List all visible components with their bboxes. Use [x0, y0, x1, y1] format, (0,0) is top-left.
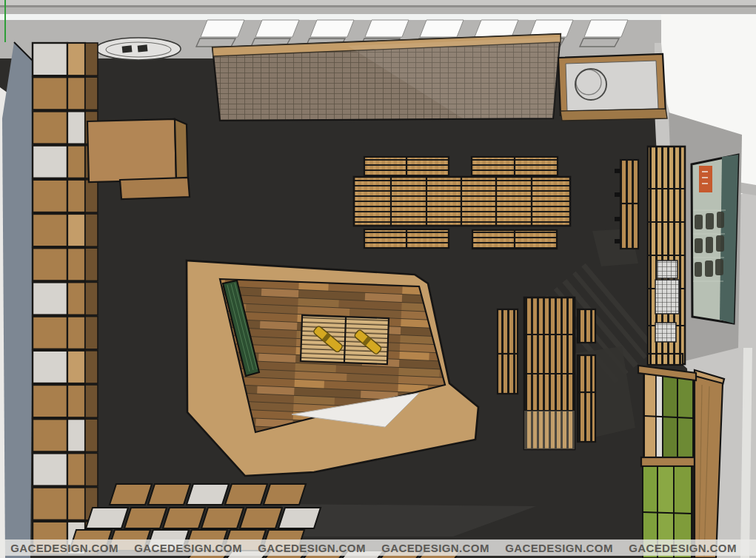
- display-box: [86, 508, 128, 528]
- shelf-wood-band: [641, 457, 695, 466]
- shelf-cube: [33, 419, 67, 451]
- shelf-cube: [67, 488, 85, 520]
- shelf-cube: [33, 146, 67, 178]
- cabinet-top: [566, 61, 658, 111]
- bracket: [615, 217, 620, 221]
- shelf-cube: [67, 214, 85, 246]
- shelf-cube-side: [85, 282, 98, 315]
- display-box: [124, 508, 167, 528]
- display-box: [225, 484, 267, 505]
- shelf-cube-side: [85, 317, 98, 349]
- wire-basket: [655, 323, 676, 342]
- shelf-cube-side: [85, 453, 98, 485]
- wall-shelf-bottom: [648, 354, 683, 365]
- cabinet-sill: [561, 109, 667, 121]
- shelf-cube-side: [85, 351, 98, 383]
- slat-bench: [498, 309, 518, 394]
- wall-upper-band: [0, 7, 756, 14]
- shelf-cube: [33, 488, 67, 520]
- shelf-cube-side: [85, 77, 98, 110]
- shelf-cube: [67, 282, 85, 315]
- shelf-cube: [33, 77, 67, 110]
- ceiling-lamp-icon: [122, 45, 133, 53]
- grid-display-wall: [213, 34, 561, 121]
- shelf-cube-side: [85, 419, 98, 451]
- shelf-cube-side: [85, 43, 98, 75]
- skylight-panel: [310, 20, 354, 37]
- skylight-panel: [201, 20, 244, 37]
- bracket: [615, 239, 620, 243]
- bracket: [615, 192, 620, 197]
- shelf-cube-side: [85, 248, 98, 280]
- display-box: [163, 508, 205, 528]
- display-box: [278, 508, 321, 528]
- shelf-cube: [67, 180, 85, 212]
- shelf-cube: [67, 248, 85, 280]
- shelf-cube: [67, 43, 85, 75]
- display-box: [240, 508, 282, 528]
- skylight-panel: [420, 20, 464, 37]
- shelf-cube: [33, 385, 67, 417]
- shelf-cube: [33, 111, 67, 144]
- left-shelf-cells: [33, 43, 98, 554]
- display-box: [110, 484, 152, 505]
- slat-bench: [578, 309, 595, 343]
- shelf-cube-side: [85, 214, 98, 246]
- watermark-text: GACEDESIGN.COM: [258, 542, 366, 554]
- shelf-cube: [67, 111, 85, 144]
- skylight-panel: [475, 20, 518, 37]
- display-box: [148, 484, 190, 505]
- shelf-cube: [67, 453, 85, 485]
- poster-logo: [699, 166, 712, 192]
- sketchup-green-axis: [4, 0, 6, 42]
- counter-top: [87, 119, 176, 182]
- store-plan-render: GACEDESIGN.COMGACEDESIGN.COMGACEDESIGN.C…: [0, 0, 756, 558]
- watermark-text: GACEDESIGN.COM: [10, 542, 118, 554]
- shelf-cube: [33, 317, 67, 349]
- shelf-cube-side: [85, 180, 98, 212]
- shelf-cube: [33, 453, 67, 485]
- platform-display-table: [301, 315, 389, 364]
- watermark-text: GACEDESIGN.COM: [505, 542, 613, 554]
- wire-basket: [657, 260, 678, 278]
- bracket: [615, 169, 620, 173]
- shelf-cube-side: [85, 385, 98, 417]
- left-wall-gray: [2, 42, 35, 558]
- green-shelf-unit: [638, 366, 724, 558]
- display-box: [201, 508, 244, 528]
- watermark-text: GACEDESIGN.COM: [629, 542, 737, 554]
- shelf-cube: [33, 43, 67, 75]
- ceiling-shadow-line: [0, 5, 756, 7]
- watermark-text: GACEDESIGN.COM: [381, 542, 489, 554]
- fitting-cabinet: [558, 54, 667, 121]
- shelf-cube: [33, 282, 67, 315]
- ceiling-fixture: [96, 38, 181, 60]
- poster-product-grid: [695, 212, 724, 277]
- shelf-cube: [67, 317, 85, 349]
- shelf-cube: [67, 146, 85, 178]
- wall-white-band: [0, 14, 756, 20]
- skylight-panel: [584, 20, 628, 37]
- watermark-text: GACEDESIGN.COM: [134, 542, 242, 554]
- watermark-band: GACEDESIGN.COMGACEDESIGN.COMGACEDESIGN.C…: [0, 539, 756, 556]
- slat-bench: [578, 355, 595, 442]
- shelf-cube: [33, 180, 67, 212]
- shelf-cube: [67, 77, 85, 110]
- shelf-cube: [67, 385, 85, 417]
- shelf-column-white: [656, 374, 663, 457]
- table-light-overlay: [524, 411, 575, 449]
- wall-poster: [692, 155, 738, 323]
- display-box: [264, 484, 306, 505]
- shelf-cube: [33, 351, 67, 383]
- shelf-cube: [33, 248, 67, 280]
- display-box: [187, 484, 229, 505]
- counter-extension: [120, 178, 190, 199]
- skylight-panel: [365, 20, 409, 37]
- ceiling-lamp-icon: [138, 44, 148, 52]
- shelf-cube: [33, 214, 67, 246]
- interior-render-viewport: GACEDESIGN.COMGACEDESIGN.COMGACEDESIGN.C…: [0, 0, 756, 558]
- ceiling-edge-strip: [0, 0, 756, 5]
- counter-side: [175, 119, 188, 185]
- shelf-cube: [67, 419, 85, 451]
- shelf-cube: [67, 351, 85, 383]
